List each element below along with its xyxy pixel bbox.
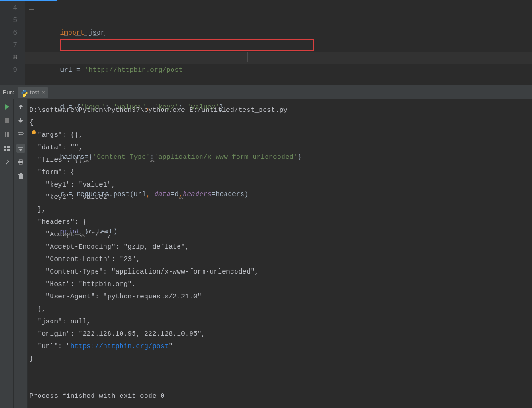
console-line: "url": "https://httpbin.org/post" [29,343,173,350]
identifier: url [60,66,76,74]
svg-rect-9 [20,107,21,109]
operator: = [85,153,89,161]
console-exit: Process finished with exit code 0 [29,392,165,400]
line-number[interactable]: 4 [0,2,17,14]
svg-rect-7 [4,149,6,151]
svg-rect-14 [19,175,23,179]
string-literal: 'http://httpbin.org/post' [85,66,187,74]
line-number[interactable]: 8 [0,52,17,64]
console-line: }, [29,305,50,313]
string-literal: 'Content-Type' [93,153,150,161]
svg-rect-10 [20,118,21,121]
scroll-to-end-button[interactable] [16,144,25,153]
console-line: { [29,119,34,126]
svg-rect-5 [4,146,6,148]
run-toolbar-left [0,99,14,408]
svg-rect-12 [19,160,22,161]
console-line: "Content-Type": "application/x-www-form-… [29,268,263,275]
console-line: "Content-Length": "23", [29,256,144,263]
module-name: json [85,29,105,36]
code-line[interactable]: d = {'key1': 'value1', 'key2': 'value2'} [35,89,532,126]
kwarg: headers [183,191,212,198]
identifier: requests [76,191,109,198]
caret-match-box [218,52,248,62]
console-line: "json": null, [29,318,95,325]
string-literal: 'key2' [154,104,179,111]
console-line: "User-Agent": "python-requests/2.21.0" [29,293,202,300]
method-name: post [113,191,130,198]
layout-button[interactable] [2,144,12,153]
line-number[interactable]: 6 [0,27,17,39]
string-literal: 'value2' [187,104,220,111]
print-button[interactable] [16,157,25,167]
code-line[interactable]: − import json [35,2,532,52]
string-literal: 'value1' [113,104,146,111]
code-editor[interactable]: 4 5 6 7 8 9 − import json url = 'http://… [0,0,532,86]
attribute: text [97,228,114,235]
identifier: d [60,104,68,111]
operator: = [68,104,72,111]
argument: headers [216,191,244,198]
string-literal: 'application/x-www-form-urlencoded' [154,153,298,161]
pin-button[interactable] [2,157,12,167]
line-gutter[interactable]: 4 5 6 7 8 9 [0,0,25,85]
softwrap-button[interactable] [16,130,25,139]
identifier: r [89,228,93,235]
string-literal: 'key1' [81,104,105,111]
identifier: r [60,191,68,198]
svg-rect-16 [20,173,22,174]
trash-button[interactable] [16,171,25,181]
svg-rect-15 [18,174,23,175]
python-icon [21,89,27,96]
code-area[interactable]: − import json url = 'http://httpbin.org/… [25,0,532,85]
line-number[interactable]: 7 [0,39,17,52]
kwarg: data [154,191,171,198]
code-line[interactable]: print (r.text) [35,213,532,251]
operator: = [76,66,81,74]
console-line: } [29,355,34,362]
run-toolbar-right [14,99,28,408]
code-line[interactable]: r = requests.post(url, data=d,headers=he… [35,176,532,213]
line-number[interactable]: 9 [0,64,17,76]
identifier: aders [64,153,85,161]
code-line[interactable]: haders={'Content-Type':'application/x-ww… [35,126,532,176]
line-number[interactable]: 5 [0,14,17,27]
pause-button[interactable] [2,130,12,139]
svg-rect-8 [7,149,10,151]
svg-point-1 [25,95,26,96]
code-line[interactable]: url = 'http://httpbin.org/post' [35,52,532,89]
console-url-link[interactable]: https://httpbin.org/post [70,343,169,350]
argument: d [175,191,179,198]
keyword: import [60,29,84,36]
svg-point-0 [23,90,24,91]
up-arrow-button[interactable] [16,102,25,111]
down-arrow-button[interactable] [16,116,25,125]
identifier: h [60,153,64,161]
fold-minus-icon[interactable]: − [29,5,34,10]
svg-rect-4 [7,132,9,137]
stop-button[interactable] [2,116,12,125]
console-line: "Host": "httpbin.org", [29,280,140,288]
svg-rect-2 [5,118,9,123]
warning-dot-icon [32,130,36,134]
run-label: Run: [0,89,18,96]
builtin: print [60,228,81,235]
console-line: "origin": "222.128.10.95, 222.128.10.95"… [29,330,210,338]
argument: url [134,191,146,198]
svg-rect-13 [19,163,22,164]
svg-rect-6 [7,146,10,148]
rerun-button[interactable] [2,102,12,111]
svg-rect-3 [5,132,6,137]
operator: = [68,191,72,198]
operator: : [150,153,154,161]
